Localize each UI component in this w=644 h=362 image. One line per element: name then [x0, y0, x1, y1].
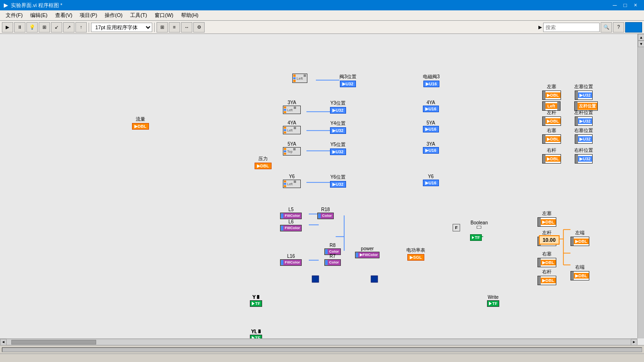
scrollbar-vertical[interactable]: ▲ ▼: [637, 34, 644, 338]
zuogan-label: 左杆: [547, 109, 556, 116]
l5-block: L5 FillColor: [280, 207, 302, 219]
position-bar: [0, 354, 644, 362]
run-button[interactable]: ▶: [2, 22, 13, 33]
value10-display: 10.00: [539, 235, 560, 245]
menu-operate[interactable]: 操作(O): [101, 11, 126, 20]
zuogan-pos-label: 左杆位置: [574, 109, 593, 116]
scroll-thumb-h[interactable]: [11, 340, 96, 345]
l16-label: L16: [287, 254, 295, 259]
r7-label: R7: [330, 254, 336, 259]
yougan-mid-block: 右杆 ▶DBL: [537, 269, 556, 285]
resize-button[interactable]: ↔: [181, 22, 192, 33]
status-bar: [0, 345, 644, 354]
yougan-mid-label: 右杆: [542, 269, 552, 275]
4ya-label: 4YA: [288, 120, 296, 125]
3ya-block: 3YA Left: [283, 100, 301, 114]
maximize-button[interactable]: □: [620, 1, 630, 9]
y7-tf: TF: [250, 300, 262, 307]
scroll-up-arrow[interactable]: ▲: [638, 34, 644, 41]
title-bar-controls[interactable]: ─ □ ×: [610, 1, 640, 9]
retain-button[interactable]: ⊞: [39, 22, 50, 33]
menu-project[interactable]: 项目(P): [76, 11, 101, 20]
y6pos-value: ▶U32: [330, 181, 346, 188]
liuliang-value: ▶DBL: [132, 123, 149, 130]
align-button[interactable]: ⊞: [157, 22, 168, 33]
menu-edit[interactable]: 编辑(E): [26, 11, 51, 20]
menu-window[interactable]: 窗口(W): [151, 11, 177, 20]
wire-layer: [0, 34, 644, 345]
zuosai-right-label: 左塞: [547, 83, 556, 90]
scroll-right-arrow[interactable]: ►: [631, 339, 637, 346]
step-into-button[interactable]: ↙: [51, 22, 62, 33]
l6-block: L6 FillColor: [280, 219, 302, 231]
4ya-right-block: 4YA ▶U16: [423, 100, 439, 112]
yousai-block: 右塞 ▶DBL: [542, 127, 561, 144]
5ya-right-block: 5YA ▶U16: [423, 120, 439, 132]
y4pos-label: Y4位置: [330, 120, 346, 127]
close-button[interactable]: ×: [631, 1, 640, 9]
3ya-right-label: 3YA: [427, 141, 435, 147]
yousai-mid-block: 右塞 ▶DBL: [537, 251, 556, 267]
boolean-tf: TF: [470, 234, 482, 241]
font-selector[interactable]: 17pt 应用程序字体: [91, 23, 152, 32]
yousai-mid-label: 右塞: [542, 251, 552, 257]
menu-help[interactable]: 帮助(H): [177, 11, 202, 20]
title-bar-left: ▶ 实验界面.vi 程序框图 *: [4, 2, 62, 9]
minimize-button[interactable]: ─: [610, 1, 619, 9]
dcfa3-block: 电磁阀3 ▶U16: [423, 74, 440, 87]
order-button[interactable]: ⚙: [193, 22, 205, 33]
y7-block: Y 7 TF: [250, 295, 262, 307]
yousai-pos-block: 右塞位置 ▶U32: [574, 127, 593, 144]
y6pos-label: Y6位置: [330, 174, 346, 181]
zuosai-mid-label: 左塞: [542, 210, 552, 217]
yousai-label: 右塞: [547, 127, 556, 134]
menu-view[interactable]: 查看(V): [51, 11, 76, 20]
3ya-right-block: 3YA ▶U16: [423, 141, 439, 154]
y5pos-value: ▶U32: [330, 148, 346, 155]
yougan-block: 右杆 ▶DBL: [542, 147, 561, 164]
y3pos-value: ▶U32: [330, 107, 346, 114]
yousai-pos-label: 右塞位置: [574, 127, 593, 134]
y5pos-label: Y5位置: [330, 141, 346, 148]
valve3-port: Left: [292, 74, 307, 83]
r18-label: R18: [321, 207, 330, 212]
menu-file[interactable]: 文件(F): [2, 11, 26, 20]
5ya-label: 5YA: [288, 141, 296, 147]
search-button[interactable]: 🔍: [601, 22, 612, 33]
3ya-label: 3YA: [288, 100, 296, 105]
highlight-button[interactable]: 💡: [26, 22, 38, 33]
menu-tools[interactable]: 工具(T): [126, 11, 151, 20]
power-label: power: [361, 246, 374, 251]
zuosai-right-block: 左塞 ▶DBL: [542, 83, 561, 100]
scroll-down-arrow[interactable]: ▼: [638, 41, 644, 47]
write-tf: TF: [487, 300, 499, 307]
yougan-label: 右杆: [547, 147, 556, 154]
main-canvas[interactable]: Left 阀3位置 ▶U32 3YA Left: [0, 34, 644, 345]
step-over-button[interactable]: ↗: [63, 22, 74, 33]
5ya-right-value: ▶U16: [423, 126, 439, 132]
step-out-button[interactable]: ↑: [75, 22, 87, 33]
y6-block: Y6 Left: [283, 174, 301, 188]
y6-right-block: Y6 ▶U16: [423, 174, 439, 186]
dcfa3-label: 电磁阀3: [423, 74, 440, 80]
sep2: [154, 23, 155, 32]
r8-label: R8: [330, 243, 336, 248]
search-input[interactable]: [543, 23, 600, 32]
search-bar: ▶ 🔍 ?: [538, 22, 642, 33]
valve3-pos-block: 阀3位置 ▶U32: [339, 74, 356, 87]
scrollbar-horizontal[interactable]: ◄ ►: [0, 338, 637, 345]
r7-block: R7 Color: [324, 254, 341, 266]
5ya-block: 5YA Top: [283, 141, 301, 156]
write-label: Write: [487, 295, 498, 300]
title-bar: ▶ 实验界面.vi 程序框图 * ─ □ ×: [0, 0, 644, 10]
pause-button[interactable]: ⏸: [14, 22, 25, 33]
boolean-node: [477, 226, 481, 229]
l5-label: L5: [289, 207, 294, 212]
distribute-button[interactable]: ≡: [169, 22, 180, 33]
yali-label: 压力: [258, 156, 268, 162]
3ya-right-value: ▶U16: [423, 147, 439, 154]
scroll-left-arrow[interactable]: ◄: [0, 339, 7, 346]
zuosai-pos-block: 左塞位置 ▶U32: [574, 83, 593, 100]
4ya-right-value: ▶U16: [423, 106, 439, 112]
help-button[interactable]: ?: [613, 22, 624, 33]
